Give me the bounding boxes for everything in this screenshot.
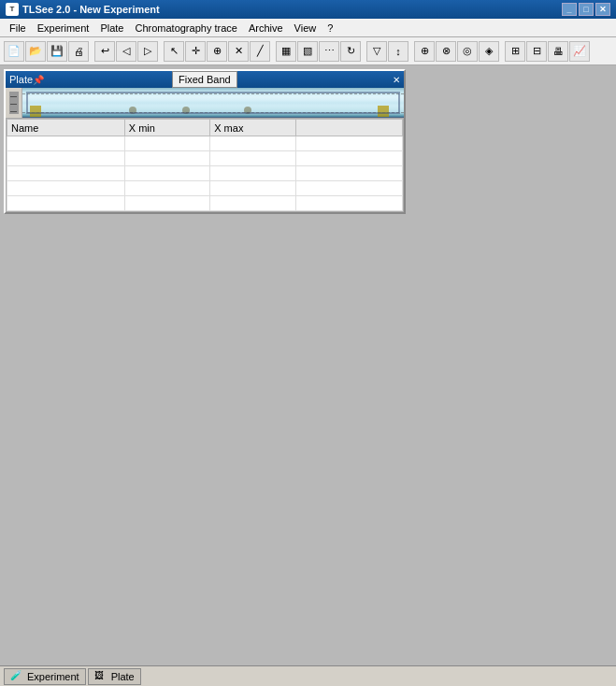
delete-tool[interactable]: ✕ xyxy=(228,41,249,62)
menu-help[interactable]: ? xyxy=(322,21,338,36)
ruler-mark-bot: — xyxy=(9,107,19,114)
col-header-xmin: X min xyxy=(124,120,209,136)
data-table-container: Name X min X max xyxy=(6,118,404,212)
table-row xyxy=(7,166,403,181)
left-ruler: — — — xyxy=(6,88,22,118)
minimize-button[interactable]: _ xyxy=(562,3,577,16)
toolbar-separator-5 xyxy=(409,41,413,62)
select-tool[interactable]: ↖ xyxy=(164,41,184,62)
arrows-v-button[interactable]: ↕ xyxy=(388,41,408,62)
col-header-extra xyxy=(295,120,402,136)
status-bar: 🧪 Experiment 🖼 Plate xyxy=(0,665,616,686)
ruler-mark-mid: — xyxy=(9,99,19,107)
menu-file[interactable]: File xyxy=(4,21,32,36)
status-plate[interactable]: 🖼 Plate xyxy=(88,668,141,685)
tool4-button[interactable]: ◈ xyxy=(479,41,499,62)
print-button[interactable]: 🖨 xyxy=(68,41,89,62)
tool2-button[interactable]: ⊗ xyxy=(436,41,456,62)
maximize-button[interactable]: □ xyxy=(579,3,594,16)
plate-title: Plate xyxy=(9,74,33,85)
tool1-button[interactable]: ⊕ xyxy=(414,41,435,62)
fixed-band-label: Fixed Band xyxy=(172,71,237,88)
crosshair-tool[interactable]: ✛ xyxy=(185,41,206,62)
plate-img-content xyxy=(22,88,404,118)
status-experiment-label: Experiment xyxy=(27,671,79,682)
bar-chart2-button[interactable]: ▧ xyxy=(297,41,318,62)
undo-button[interactable]: ↩ xyxy=(94,41,115,62)
table-row xyxy=(7,181,403,196)
toolbar-separator-1 xyxy=(90,41,93,62)
ruler-mark-top: — xyxy=(9,92,19,99)
status-experiment[interactable]: 🧪 Experiment xyxy=(4,668,86,685)
prev-button[interactable]: ◁ xyxy=(116,41,136,62)
image-border-overlay xyxy=(26,92,400,114)
plate-close-button[interactable]: ✕ xyxy=(393,75,400,85)
filter-button[interactable]: ▽ xyxy=(366,41,387,62)
menu-plate[interactable]: Plate xyxy=(94,21,129,36)
main-area: Plate Fixed Band 📌 ✕ — — — xyxy=(0,65,616,665)
new-button[interactable]: 📄 xyxy=(4,41,24,62)
line-tool[interactable]: ╱ xyxy=(250,41,270,62)
paste-button[interactable]: ⊟ xyxy=(526,41,547,62)
menu-experiment[interactable]: Experiment xyxy=(32,21,95,36)
open-button[interactable]: 📂 xyxy=(25,41,46,62)
title-bar: T TLSee 2.0 - New Experiment _ □ ✕ xyxy=(0,0,616,19)
refresh-button[interactable]: ↻ xyxy=(340,41,361,62)
plate-image[interactable] xyxy=(22,88,404,118)
toolbar: 📄 📂 💾 🖨 ↩ ◁ ▷ ↖ ✛ ⊕ ✕ ╱ ▦ ▧ ⋯ ↻ ▽ ↕ ⊕ ⊗ … xyxy=(0,37,616,65)
zoom-tool[interactable]: ⊕ xyxy=(207,41,227,62)
plate-title-bar: Plate Fixed Band 📌 ✕ xyxy=(6,71,404,88)
next-button[interactable]: ▷ xyxy=(137,41,158,62)
col-header-xmax: X max xyxy=(210,120,295,136)
toolbar-separator-4 xyxy=(362,41,365,62)
plate-pin-button[interactable]: 📌 xyxy=(33,75,44,85)
menu-chromatography-trace[interactable]: Chromatography trace xyxy=(129,21,242,36)
toolbar-separator-6 xyxy=(500,41,504,62)
table-row xyxy=(7,196,403,211)
experiment-icon: 🧪 xyxy=(10,670,23,683)
close-button[interactable]: ✕ xyxy=(595,3,610,16)
copy-button[interactable]: ⊞ xyxy=(505,41,525,62)
scatter-button[interactable]: ⋯ xyxy=(319,41,339,62)
title-controls: _ □ ✕ xyxy=(562,3,610,16)
save-button[interactable]: 💾 xyxy=(47,41,67,62)
col-header-name: Name xyxy=(7,120,125,136)
plate-window: Plate Fixed Band 📌 ✕ — — — xyxy=(4,69,406,214)
toolbar-separator-2 xyxy=(159,41,163,62)
menu-view[interactable]: View xyxy=(289,21,322,36)
app-title: TLSee 2.0 - New Experiment xyxy=(22,4,160,15)
menu-bar: File Experiment Plate Chromatography tra… xyxy=(0,19,616,37)
table-row xyxy=(7,136,403,151)
plate-icon: 🖼 xyxy=(94,670,107,683)
data-table: Name X min X max xyxy=(7,119,403,211)
bar-chart-button[interactable]: ▦ xyxy=(276,41,296,62)
plate-image-container: — — — xyxy=(6,88,404,118)
menu-archive[interactable]: Archive xyxy=(243,21,289,36)
status-plate-label: Plate xyxy=(111,671,135,682)
tool3-button[interactable]: ◎ xyxy=(457,41,478,62)
table-row xyxy=(7,151,403,166)
print2-button[interactable]: 🖶 xyxy=(548,41,568,62)
toolbar-separator-3 xyxy=(271,41,275,62)
chart-line-button[interactable]: 📈 xyxy=(569,41,590,62)
app-icon: T xyxy=(6,3,19,16)
